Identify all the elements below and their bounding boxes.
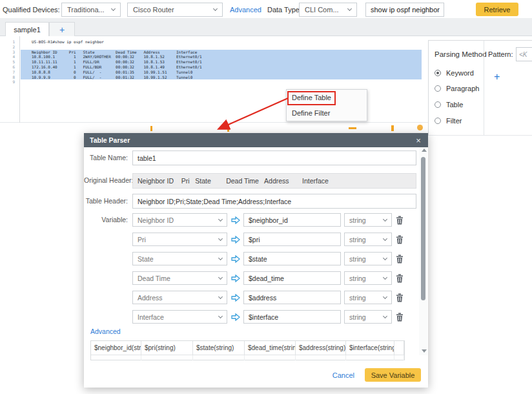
pattern-label: Pattern: [488, 50, 513, 58]
add-pattern-button[interactable]: + [494, 72, 500, 82]
preview-column-header: $state(string) [193, 341, 245, 355]
trash-icon[interactable] [396, 235, 404, 244]
retrieve-button[interactable]: Retrieve [476, 3, 518, 16]
trash-icon[interactable] [396, 274, 404, 283]
pattern-input[interactable]: <K [516, 47, 532, 61]
preview-column-header: $address(string) ... [296, 341, 346, 355]
variable-column-select[interactable]: Dead Time [132, 271, 227, 285]
variable-name-input[interactable]: $neighbor_id [243, 213, 341, 227]
variable-type-select[interactable]: string [344, 310, 392, 324]
chevron-down-icon [218, 236, 223, 240]
close-icon[interactable]: × [413, 133, 424, 147]
radio-paragraph[interactable]: Paragraph [435, 85, 479, 92]
variable-column-select[interactable]: Pri [132, 233, 227, 246]
code-line-selected[interactable]: 10.11.11.11 1 FULL/DR 00:00:32 10.8.1.53… [21, 59, 422, 65]
device-group-select[interactable]: Traditiona... [61, 3, 121, 17]
variable-column-select[interactable]: Neighbor ID [132, 213, 227, 227]
arrow-right-icon [231, 294, 240, 302]
chevron-down-icon [383, 275, 387, 279]
highlight-mark [150, 126, 152, 131]
trash-icon[interactable] [396, 293, 404, 302]
save-variable-button[interactable]: Save Variable [365, 368, 421, 382]
original-header-field: Neighbor ID Pri State Dead Time Address … [132, 173, 416, 189]
panel-divider [484, 41, 484, 136]
scroll-up-icon[interactable] [422, 149, 427, 152]
chevron-down-icon [218, 275, 223, 279]
preview-column-header: $dead_time(string... [245, 341, 296, 355]
radio-selected-icon [435, 70, 441, 76]
parsing-method-panel: Parsing Method Keyword Paragraph Table F… [428, 40, 532, 136]
dialog-footer: Cancel Save Variable [332, 368, 421, 382]
radio-icon [435, 85, 441, 92]
radio-table[interactable]: Table [435, 101, 463, 109]
device-select[interactable]: Cisco Router [127, 3, 223, 17]
variable-name-input[interactable]: $interface [243, 310, 341, 324]
code-line-selected[interactable]: Neighbor ID Pri State Dead Time Address … [21, 50, 422, 55]
chevron-down-icon [383, 255, 387, 260]
variable-type-select[interactable]: string [344, 213, 392, 227]
code-line-selected[interactable]: 10.8.8.8 0 FULL/ - 00:01:35 10.99.1.51 T… [21, 70, 422, 75]
highlight-mark [227, 124, 229, 132]
trash-icon[interactable] [396, 313, 404, 322]
variable-type-select[interactable]: string [344, 271, 392, 285]
chevron-down-icon [218, 313, 223, 318]
chevron-down-icon [218, 216, 223, 221]
radio-keyword[interactable]: Keyword [435, 69, 474, 77]
menu-item-define-filter[interactable]: Define Filter [287, 105, 367, 121]
variable-name-input[interactable]: $dead_time [243, 271, 341, 285]
sample-tab-bar: sample1 + [0, 18, 532, 36]
command-input[interactable]: show ip ospf neighbor [365, 3, 444, 17]
variable-type-select[interactable]: string [344, 291, 392, 304]
advanced-link-modal[interactable]: Advanced [90, 327, 121, 335]
table-name-label: Table Name: [84, 154, 128, 161]
cancel-button[interactable]: Cancel [332, 371, 354, 379]
highlight-mark [391, 125, 394, 131]
arrow-right-icon [231, 255, 240, 263]
code-line[interactable] [21, 45, 422, 50]
variable-name-input[interactable]: $state [243, 252, 341, 265]
menu-item-define-table[interactable]: Define Table [287, 90, 367, 105]
top-toolbar: Qualified Devices: Traditiona... Cisco R… [0, 0, 532, 18]
variable-column-select[interactable]: Interface [132, 310, 227, 324]
tab-sample1[interactable]: sample1 [5, 22, 49, 36]
data-type-label: Data Type: [267, 6, 302, 14]
table-header-input[interactable]: Neighbor ID;Pri;State;Dead Time;Address;… [132, 194, 416, 209]
dialog-header[interactable]: Table Parser × [84, 133, 428, 147]
advanced-link[interactable]: Advanced [230, 6, 261, 14]
highlight-mark [417, 125, 423, 130]
scrollbar-thumb[interactable] [421, 157, 425, 300]
radio-filter[interactable]: Filter [435, 117, 462, 125]
chevron-down-icon [111, 6, 116, 11]
variable-name-input[interactable]: $address [243, 291, 341, 304]
dialog-title: Table Parser [90, 136, 130, 144]
radio-icon [435, 101, 441, 108]
trash-icon[interactable] [396, 254, 404, 264]
scroll-down-icon[interactable] [422, 349, 427, 353]
qualified-devices-label: Qualified Devices: [3, 6, 60, 14]
variable-type-select[interactable]: string [344, 252, 392, 265]
app-window: Qualified Devices: Traditiona... Cisco R… [0, 0, 532, 394]
data-type-select[interactable]: CLI Com... [299, 3, 357, 17]
chevron-down-icon [218, 255, 223, 260]
code-line-selected[interactable]: 10.8.100.1 1 2WAY/DROTHER 00:00:32 10.8.… [21, 54, 422, 59]
chevron-down-icon [213, 6, 218, 11]
add-tab-button[interactable]: + [49, 22, 75, 36]
variable-type-select[interactable]: string [344, 233, 392, 246]
line-number-gutter: 1 2 3 4 5 6 7 8 9 [0, 36, 20, 123]
trash-icon[interactable] [396, 216, 404, 225]
code-line-selected[interactable]: 172.16.0.40 1 FULL/BDR 00:00:32 10.8.1.4… [21, 65, 422, 70]
code-line-selected[interactable]: 10.9.9.9 0 FULL/ - 00:01:32 10.99.1.52 T… [21, 75, 422, 80]
variable-column-select[interactable]: State [132, 252, 227, 265]
code-line[interactable]: US-BOS-R1#show ip ospf neighbor [21, 39, 422, 45]
code-line[interactable] [21, 79, 422, 85]
variable-column-select[interactable]: Address [132, 291, 227, 304]
arrow-right-icon [231, 275, 240, 282]
chevron-down-icon [383, 216, 387, 221]
preview-column-header: $pri(string) [141, 341, 193, 355]
radio-icon [435, 118, 441, 124]
variable-name-input[interactable]: $pri [243, 233, 341, 246]
original-header-label: Original Header: [84, 176, 128, 184]
arrow-right-icon [231, 313, 240, 321]
preview-empty-row [91, 355, 141, 360]
table-name-input[interactable]: table1 [132, 150, 416, 165]
